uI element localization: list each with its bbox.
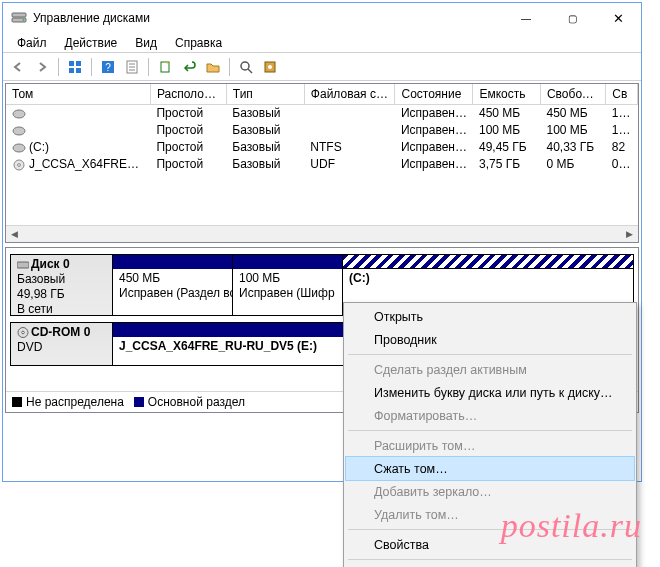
partition-stripe bbox=[113, 255, 232, 269]
table-row[interactable]: Простой Базовый Исправен… 450 МБ 450 МБ … bbox=[6, 105, 638, 122]
legend-swatch-navy bbox=[134, 397, 144, 407]
col-pct[interactable]: Св bbox=[606, 84, 638, 105]
legend-unallocated: Не распределена bbox=[12, 395, 124, 409]
grid-icon[interactable] bbox=[64, 56, 86, 78]
partition-stripe bbox=[233, 255, 342, 269]
partition-size: 100 МБ bbox=[239, 271, 336, 286]
partition-status: Исправен (Шифр bbox=[239, 286, 336, 301]
cm-help[interactable]: Справка bbox=[346, 563, 634, 567]
context-menu: Открыть Проводник Сделать раздел активны… bbox=[343, 302, 637, 567]
volume-table: Том Располо… Тип Файловая с… Состояние Е… bbox=[6, 84, 638, 173]
close-button[interactable]: ✕ bbox=[595, 3, 641, 33]
new-icon[interactable] bbox=[154, 56, 176, 78]
svg-point-22 bbox=[18, 163, 21, 166]
toolbar-separator bbox=[91, 58, 92, 76]
partition-label: (C:) bbox=[349, 271, 627, 286]
list-filler bbox=[6, 173, 638, 226]
col-status[interactable]: Состояние bbox=[395, 84, 473, 105]
partition-stripe bbox=[343, 255, 633, 269]
toolbar-separator bbox=[58, 58, 59, 76]
legend-swatch-black bbox=[12, 397, 22, 407]
cm-format: Форматировать… bbox=[346, 404, 634, 427]
menu-help[interactable]: Справка bbox=[167, 34, 230, 52]
cm-properties[interactable]: Свойства bbox=[346, 533, 634, 556]
horizontal-scrollbar[interactable]: ◀ ▶ bbox=[6, 225, 638, 242]
svg-rect-3 bbox=[69, 61, 74, 66]
undo-icon[interactable] bbox=[178, 56, 200, 78]
partition-status: Исправен (Раздел восс bbox=[119, 286, 226, 301]
partition-1[interactable]: 450 МБ Исправен (Раздел восс bbox=[113, 255, 233, 315]
search-icon[interactable] bbox=[235, 56, 257, 78]
volume-icon bbox=[12, 125, 26, 137]
menu-file[interactable]: Файл bbox=[9, 34, 55, 52]
col-volume[interactable]: Том bbox=[6, 84, 150, 105]
volume-icon bbox=[12, 142, 26, 154]
cm-shrink[interactable]: Сжать том… bbox=[346, 457, 634, 480]
cm-separator bbox=[348, 430, 632, 431]
legend-primary: Основной раздел bbox=[134, 395, 245, 409]
cm-separator bbox=[348, 354, 632, 355]
col-fs[interactable]: Файловая с… bbox=[304, 84, 395, 105]
col-free[interactable]: Свобод… bbox=[540, 84, 605, 105]
table-row[interactable]: Простой Базовый Исправен… 100 МБ 100 МБ … bbox=[6, 122, 638, 139]
svg-point-17 bbox=[268, 65, 272, 69]
cm-delete: Удалить том… bbox=[346, 503, 634, 526]
back-icon[interactable] bbox=[7, 56, 29, 78]
col-capacity[interactable]: Емкость bbox=[473, 84, 540, 105]
scroll-left-icon[interactable]: ◀ bbox=[6, 226, 23, 243]
cm-extend: Расширить том… bbox=[346, 434, 634, 457]
svg-rect-6 bbox=[76, 68, 81, 73]
cm-open[interactable]: Открыть bbox=[346, 305, 634, 328]
cdrom-header[interactable]: CD-ROM 0 DVD bbox=[10, 322, 112, 366]
toolbar-separator bbox=[229, 58, 230, 76]
window-controls: — ▢ ✕ bbox=[503, 3, 641, 33]
cdrom-name: CD-ROM 0 bbox=[17, 325, 106, 340]
svg-rect-2 bbox=[12, 13, 26, 17]
svg-point-25 bbox=[22, 331, 25, 334]
help-icon[interactable]: ? bbox=[97, 56, 119, 78]
col-layout[interactable]: Располо… bbox=[150, 84, 226, 105]
cm-explorer[interactable]: Проводник bbox=[346, 328, 634, 351]
svg-line-15 bbox=[248, 69, 252, 73]
forward-icon[interactable] bbox=[31, 56, 53, 78]
svg-text:?: ? bbox=[105, 62, 111, 73]
table-row[interactable]: J_CCSA_X64FRE_R… Простой Базовый UDF Исп… bbox=[6, 156, 638, 173]
svg-rect-5 bbox=[69, 68, 74, 73]
cdrom-type: DVD bbox=[17, 340, 106, 355]
svg-point-20 bbox=[13, 144, 25, 152]
disc-icon bbox=[12, 159, 26, 171]
menubar: Файл Действие Вид Справка bbox=[3, 33, 641, 53]
titlebar-title: Управление дисками bbox=[33, 11, 503, 25]
maximize-button[interactable]: ▢ bbox=[549, 3, 595, 33]
toolbar: ? bbox=[3, 53, 641, 81]
cm-separator bbox=[348, 529, 632, 530]
minimize-button[interactable]: — bbox=[503, 3, 549, 33]
column-headers[interactable]: Том Располо… Тип Файловая с… Состояние Е… bbox=[6, 84, 638, 105]
volume-list-pane: Том Располо… Тип Файловая с… Состояние Е… bbox=[5, 83, 639, 243]
app-icon bbox=[11, 10, 27, 26]
svg-point-1 bbox=[23, 19, 25, 21]
disk-type: Базовый bbox=[17, 272, 106, 287]
svg-point-14 bbox=[241, 62, 249, 70]
col-type[interactable]: Тип bbox=[226, 84, 304, 105]
cm-activate: Сделать раздел активным bbox=[346, 358, 634, 381]
svg-point-18 bbox=[13, 110, 25, 118]
partition-2[interactable]: 100 МБ Исправен (Шифр bbox=[233, 255, 343, 315]
cm-separator bbox=[348, 559, 632, 560]
menu-action[interactable]: Действие bbox=[57, 34, 126, 52]
settings-icon[interactable] bbox=[259, 56, 281, 78]
folder-icon[interactable] bbox=[202, 56, 224, 78]
disk-size: 49,98 ГБ bbox=[17, 287, 106, 302]
titlebar[interactable]: Управление дисками — ▢ ✕ bbox=[3, 3, 641, 33]
svg-point-19 bbox=[13, 127, 25, 135]
properties-icon[interactable] bbox=[121, 56, 143, 78]
scroll-right-icon[interactable]: ▶ bbox=[621, 226, 638, 243]
table-row[interactable]: (C:) Простой Базовый NTFS Исправен… 49,4… bbox=[6, 139, 638, 156]
svg-rect-13 bbox=[161, 62, 169, 72]
volume-icon bbox=[12, 108, 26, 120]
cm-change-letter[interactable]: Изменить букву диска или путь к диску… bbox=[346, 381, 634, 404]
svg-rect-4 bbox=[76, 61, 81, 66]
partition-size: 450 МБ bbox=[119, 271, 226, 286]
disk-header[interactable]: Диск 0 Базовый 49,98 ГБ В сети bbox=[10, 254, 112, 316]
menu-view[interactable]: Вид bbox=[127, 34, 165, 52]
